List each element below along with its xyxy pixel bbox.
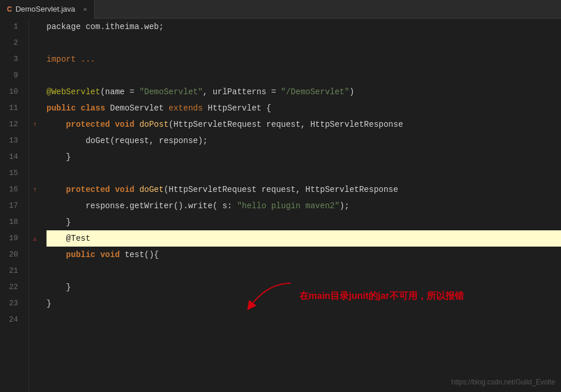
code-line [47,263,561,279]
code-token: @Test [47,230,91,247]
gutter-arrow-up: ↑ [29,181,41,198]
gutter-empty [29,100,41,116]
code-token: (HttpServletRequest request, HttpServlet… [164,181,398,198]
gutter-empty [29,84,41,100]
gutter-empty [29,165,41,181]
code-token: void [100,247,124,263]
code-line: @Test [47,230,561,247]
code-token: protected [66,116,115,133]
code-token: response.getWriter().write( s: [47,198,237,214]
code-line: @WebServlet(name = "DemoServlet", urlPat… [47,84,561,100]
line-number: 14 [0,149,23,165]
gutter-empty [29,67,41,84]
code-token: void [115,181,140,198]
code-token: public [47,100,81,116]
code-line: public void test(){ [47,247,561,263]
gutter-fold [29,279,41,295]
code-token: HttpServlet { [208,100,271,116]
code-token: DemoServlet [110,100,169,116]
code-token [47,247,66,263]
gutter-arrow-up: ↑ [29,116,41,133]
gutter-empty [29,19,41,35]
gutter-empty [29,133,41,149]
gutter: ↑↑⚠ [29,19,41,392]
code-line: } [47,149,561,165]
code-token: } [47,279,71,295]
line-number: 13 [0,133,23,149]
line-number: 23 [0,295,23,312]
gutter-fold [29,149,41,165]
code-line: package com.itheima.web; [47,19,561,35]
code-token: ) [349,84,354,100]
line-number: 21 [0,263,23,279]
watermark: https://blog.csdn.net/Gulid_Evolte [451,378,555,386]
gutter-error: ⚠ [29,230,41,247]
tab-c-icon: C [7,5,12,13]
code-line [47,312,561,328]
code-line: response.getWriter().write( s: "hello pl… [47,198,561,214]
code-token: } [47,149,71,165]
code-token: protected [66,181,115,198]
code-token: ); [340,198,349,214]
line-number: 12 [0,116,23,133]
code-content: package com.itheima.web;import ...@WebSe… [41,19,561,392]
line-number: 15 [0,165,23,181]
line-numbers: 1239101112131415161718192021222324 [0,19,29,392]
code-token: import [47,51,81,67]
code-line: public class DemoServlet extends HttpSer… [47,100,561,116]
line-number: 1 [0,19,23,35]
code-line [47,35,561,51]
code-token: class [81,100,110,116]
code-token [47,181,66,198]
tab-item[interactable]: C DemoServlet.java × [0,0,95,19]
code-token: "hello plugin maven2" [237,198,340,214]
code-line: protected void doGet(HttpServletRequest … [47,181,561,198]
line-number: 2 [0,35,23,51]
gutter-empty [29,295,41,312]
code-token: package com.itheima.web; [47,19,164,35]
gutter-fold [29,247,41,263]
code-line [47,67,561,84]
code-line: } [47,214,561,230]
gutter-empty [29,35,41,51]
code-token: doGet(request, response); [47,133,208,149]
gutter-fold [29,214,41,230]
code-token: test(){ [124,247,159,263]
code-token: } [47,214,71,230]
code-token: extends [169,100,208,116]
gutter-empty [29,198,41,214]
code-token: (HttpServletRequest request, HttpServlet… [169,116,403,133]
line-number: 18 [0,214,23,230]
code-token: , urlPatterns = [203,84,281,100]
line-number: 10 [0,84,23,100]
line-number: 9 [0,67,23,84]
code-token: void [115,116,140,133]
code-token [47,116,66,133]
code-token: "/DemoServlet" [281,84,349,100]
tab-filename: DemoServlet.java [16,5,76,13]
line-number: 11 [0,100,23,116]
code-token: ... [81,51,95,67]
code-token: doPost [140,116,169,133]
code-line: doGet(request, response); [47,133,561,149]
line-number: 22 [0,279,23,295]
tab-close[interactable]: × [83,6,87,13]
line-number: 16 [0,181,23,198]
code-line: protected void doPost(HttpServletRequest… [47,116,561,133]
code-line [47,165,561,181]
gutter-empty [29,312,41,328]
code-line: } [47,279,561,295]
code-token: @WebServlet [47,84,100,100]
line-number: 24 [0,312,23,328]
tab-bar: C DemoServlet.java × [0,0,561,19]
code-token: (name = [100,84,139,100]
editor-area: 1239101112131415161718192021222324 ↑↑⚠ p… [0,19,561,392]
code-token: } [47,295,51,312]
line-number: 20 [0,247,23,263]
code-line: } [47,295,561,312]
gutter-fold [29,51,41,67]
code-token: doGet [140,181,164,198]
line-number: 17 [0,198,23,214]
code-token: "DemoServlet" [140,84,203,100]
line-number: 19 [0,230,23,247]
